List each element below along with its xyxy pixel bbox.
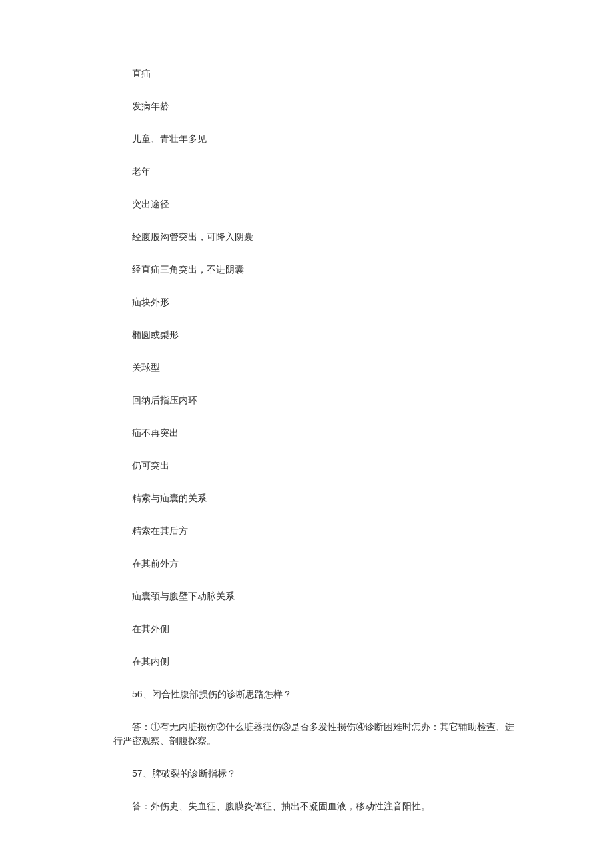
question-title: 脾破裂的诊断指标？ <box>152 768 236 779</box>
text-line: 突出途径 <box>113 197 520 211</box>
answer-body: ①有无内脏损伤②什么脏器损伤③是否多发性损伤④诊断困难时怎办：其它辅助检查、进行… <box>113 721 514 746</box>
question-number: 57 <box>132 768 143 779</box>
answer-57: 答：外伤史、失血征、腹膜炎体征、抽出不凝固血液，移动性注音阳性。 <box>113 799 520 813</box>
answer-label: 答： <box>132 801 151 811</box>
text-line: 经直疝三角突出，不进阴囊 <box>113 263 520 277</box>
question-57: 57、脾破裂的诊断指标？ <box>113 767 520 781</box>
separator: 、 <box>143 689 152 699</box>
text-line: 儿童、青壮年多见 <box>113 132 520 146</box>
question-number: 56 <box>132 689 143 699</box>
text-line: 疝块外形 <box>113 295 520 309</box>
text-line: 直疝 <box>113 67 520 81</box>
text-line: 发病年龄 <box>113 99 520 113</box>
text-line: 疝囊颈与腹壁下动脉关系 <box>113 589 520 603</box>
document-page: 直疝 发病年龄 儿童、青壮年多见 老年 突出途径 经腹股沟管突出，可降入阴囊 经… <box>0 0 613 868</box>
text-line: 经腹股沟管突出，可降入阴囊 <box>113 230 520 244</box>
answer-label: 答： <box>132 721 151 732</box>
text-line: 精索与疝囊的关系 <box>113 491 520 505</box>
answer-body: 外伤史、失血征、腹膜炎体征、抽出不凝固血液，移动性注音阳性。 <box>151 801 430 811</box>
text-line: 关球型 <box>113 361 520 375</box>
text-line: 在其外侧 <box>113 622 520 636</box>
question-56: 56、闭合性腹部损伤的诊断思路怎样？ <box>113 687 520 701</box>
question-title: 闭合性腹部损伤的诊断思路怎样？ <box>152 689 292 699</box>
text-line: 仍可突出 <box>113 459 520 473</box>
answer-56: 答：①有无内脏损伤②什么脏器损伤③是否多发性损伤④诊断困难时怎办：其它辅助检查、… <box>113 720 520 748</box>
text-line: 精索在其后方 <box>113 524 520 538</box>
text-line: 在其内侧 <box>113 655 520 669</box>
text-line: 在其前外方 <box>113 557 520 571</box>
text-line: 回纳后指压内环 <box>113 393 520 407</box>
separator: 、 <box>143 768 152 779</box>
text-line: 椭圆或梨形 <box>113 328 520 342</box>
text-line: 老年 <box>113 165 520 179</box>
text-line: 疝不再突出 <box>113 426 520 440</box>
